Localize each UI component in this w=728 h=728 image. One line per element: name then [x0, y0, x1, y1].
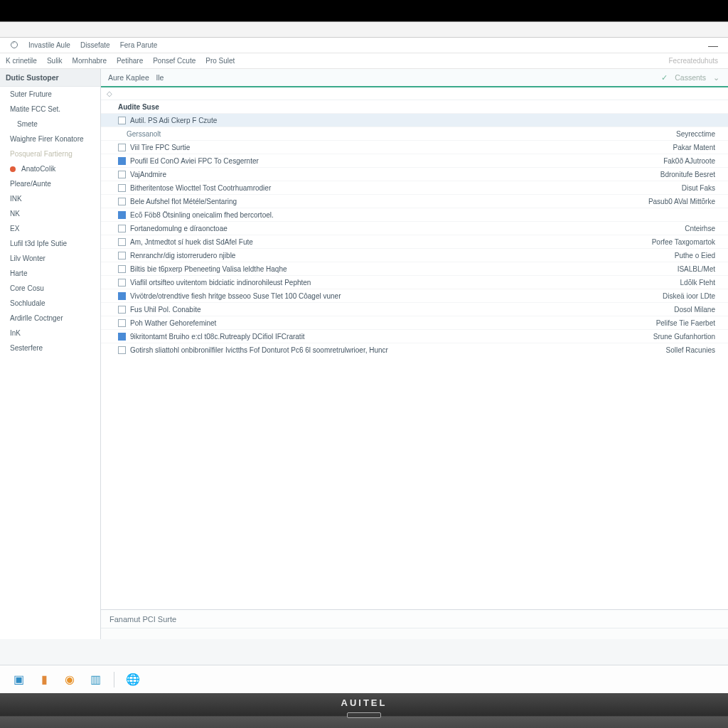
statusbar-label: Fanamut PCI Surte: [109, 615, 176, 623]
titlebar: [0, 22, 728, 38]
list-item[interactable]: Bele Aufshel flot Météle/SentaringPasub0…: [101, 195, 728, 208]
list-item-label: Poufil Ed ConO Aviei FPC To Cesgernter: [130, 157, 259, 165]
list-item-label: Bele Aufshel flot Météle/Sentaring: [130, 198, 237, 205]
sidebar-item[interactable]: Harte: [0, 266, 100, 281]
row-icon: [118, 171, 126, 178]
sidebar-item[interactable]: Waighre Firer Konatore: [0, 132, 100, 146]
sidebar-item[interactable]: Lufil t3d Ipfe Sutie: [0, 236, 100, 251]
list-item[interactable]: Vivötrde/otrendtive fiesh hritge bsseoo …: [101, 289, 728, 303]
sidebar-item[interactable]: Matite FCC Set.: [0, 102, 100, 117]
panel-icon[interactable]: ▣: [11, 673, 26, 687]
list-item-right: Pelifse Tie Faerbet: [656, 319, 718, 327]
list-item[interactable]: Biltis bie t6pxerp Pbeneeting Valisa lel…: [101, 262, 728, 276]
list-item-right: Pakar Matent: [673, 144, 718, 151]
row-icon: [118, 333, 126, 341]
list-item-right: Seyrecctime: [676, 130, 718, 138]
list-item[interactable]: Bitheritentose Wiocttel Tost Cootrhuamro…: [101, 181, 728, 195]
row-icon: [118, 292, 126, 300]
menu-item[interactable]: Petihare: [117, 57, 143, 65]
menu-item[interactable]: Sulik: [47, 57, 63, 65]
list-item-label: 9ikritontamt Bruiho e:cl t08c.Rutreaply …: [130, 333, 305, 341]
row-icon: [118, 306, 126, 314]
list-item[interactable]: Poh Wather GehorefeminetPelifse Tie Faer…: [101, 316, 728, 330]
sidebar-item[interactable]: Posqueral Fartierng: [0, 146, 100, 161]
list-item[interactable]: Viaflil ortsifteo uvitentom bidciatic in…: [101, 276, 728, 289]
sidebar-item[interactable]: Suter Fruture: [0, 87, 100, 102]
menu-item[interactable]: Mornhabre: [73, 57, 107, 65]
list-item[interactable]: Viil Tire FPC SurtiePakar Matent: [101, 141, 728, 154]
brand-label: AUITEL: [341, 697, 387, 708]
sidebar-item[interactable]: Lilv Wonter: [0, 251, 100, 266]
workarea: Dutic Sustoper Suter FrutureMatite FCC S…: [0, 69, 728, 639]
sidebar-item-label: INK: [10, 195, 22, 203]
menu-status: Fecreateduhuts: [669, 57, 719, 65]
list-item[interactable]: Fus Uhil Pol. ConabiteDosol Milane: [101, 303, 728, 316]
sidebar-item[interactable]: Sesterfere: [0, 341, 100, 355]
globe-icon[interactable]: 🌐: [126, 673, 140, 687]
keyboard-strip: [347, 712, 381, 718]
main-header: Aure Kaplee lle ✓ Cassents ⌄: [101, 69, 728, 87]
chevron-down-icon[interactable]: ⌄: [713, 73, 719, 82]
list-item-label: Fus Uhil Pol. Conabite: [130, 306, 201, 314]
menu-item[interactable]: Ponsef Ccute: [153, 57, 196, 65]
list-item-label: Autil. PS Adi Ckerp F Czute: [130, 117, 217, 124]
row-icon: [118, 144, 126, 151]
sidebar-item[interactable]: AnatoColik: [0, 161, 100, 176]
sidebar-item[interactable]: NK: [0, 206, 100, 221]
sidebar-item[interactable]: INK: [0, 191, 100, 206]
sidebar-title: Dutic Sustoper: [0, 69, 100, 87]
list-item[interactable]: Gotirsh sliattohl onbibronilfiler Ivictt…: [101, 343, 728, 355]
sidebar-item[interactable]: Pleare/Aunte: [0, 176, 100, 191]
sidebar: Dutic Sustoper Suter FrutureMatite FCC S…: [0, 69, 101, 639]
list-item[interactable]: Ecõ Föb8 Ötsinling oneicalim fhed bercor…: [101, 208, 728, 222]
menu-item[interactable]: Dissefate: [80, 41, 110, 49]
list-item-right: Srune Gufanhortion: [653, 333, 718, 341]
list-item-right: Disut Faks: [682, 184, 718, 192]
book-icon[interactable]: ▥: [88, 673, 102, 687]
orange-app-icon[interactable]: ◉: [63, 673, 77, 687]
list-item-label: VajAndmire: [130, 171, 166, 178]
menu-item[interactable]: Invastile Aule: [28, 41, 70, 49]
menu-item[interactable]: Fera Parute: [120, 41, 158, 49]
header-sub: lle: [156, 73, 164, 82]
row-icon: [118, 252, 126, 259]
list-item[interactable]: GerssanoltSeyrecctime: [101, 127, 728, 141]
taskbar: ▣ ▮ ◉ ▥ 🌐: [0, 665, 728, 693]
list-item-right: Dosol Milane: [674, 306, 718, 314]
menu-item[interactable]: Pro Sulet: [205, 57, 235, 65]
list-item[interactable]: VajAndmireBdronitufe Besret: [101, 168, 728, 181]
list-item-label: Am, Jntmedtot sí huek dist SdAfel Fute: [130, 238, 253, 246]
sidebar-item-label: Lilv Wonter: [10, 255, 46, 262]
list-item[interactable]: Autil. PS Adi Ckerp F Czute: [101, 114, 728, 127]
list-item[interactable]: Renranchr/dig istorrerudero njiblePuthe …: [101, 249, 728, 262]
menubar-sub: K crinetile Sulik Mornhabre Petihare Pon…: [0, 53, 728, 69]
folder-icon[interactable]: ▮: [37, 673, 51, 687]
sidebar-item-label: InK: [10, 329, 21, 337]
minimize-button[interactable]: —: [708, 40, 718, 51]
list-item-label: Audite Suse: [118, 103, 159, 111]
list-item[interactable]: Am, Jntmedtot sí huek dist SdAfel FutePo…: [101, 235, 728, 249]
list-item-right: Porfee Taxgomartok: [652, 238, 718, 246]
sidebar-item[interactable]: Smete: [0, 117, 100, 132]
list-item[interactable]: Fortanedomulng e díraonctoaeCnteirhse: [101, 222, 728, 235]
sidebar-item-label: Posqueral Fartierng: [10, 150, 73, 158]
sidebar-item[interactable]: Sochludale: [0, 296, 100, 311]
list-item-label: Gerssanolt: [127, 130, 161, 138]
back-icon[interactable]: [10, 41, 18, 50]
list-item[interactable]: Audite Suse: [101, 100, 728, 114]
header-dropdown[interactable]: Cassents: [675, 73, 706, 82]
list-item-label: Viil Tire FPC Surtie: [130, 144, 190, 151]
list-item[interactable]: Poufil Ed ConO Aviei FPC To CesgernterFa…: [101, 154, 728, 168]
menubar-top: Invastile Aule Dissefate Fera Parute —: [0, 38, 728, 53]
sidebar-item[interactable]: InK: [0, 326, 100, 341]
sidebar-item[interactable]: Ardirlle Coctnger: [0, 311, 100, 326]
sidebar-item[interactable]: EX: [0, 221, 100, 236]
status-dot-icon: [10, 166, 16, 172]
list-item[interactable]: 9ikritontamt Bruiho e:cl t08c.Rutreaply …: [101, 330, 728, 343]
content-list: Audite SuseAutil. PS Adi Ckerp F CzuteGe…: [101, 100, 728, 355]
sidebar-item[interactable]: Core Cosu: [0, 281, 100, 296]
row-icon: [118, 225, 126, 232]
laptop-chassis: AUITEL: [0, 693, 728, 728]
list-item-right: ISALBL/Met: [678, 265, 718, 273]
row-icon: [118, 157, 126, 165]
